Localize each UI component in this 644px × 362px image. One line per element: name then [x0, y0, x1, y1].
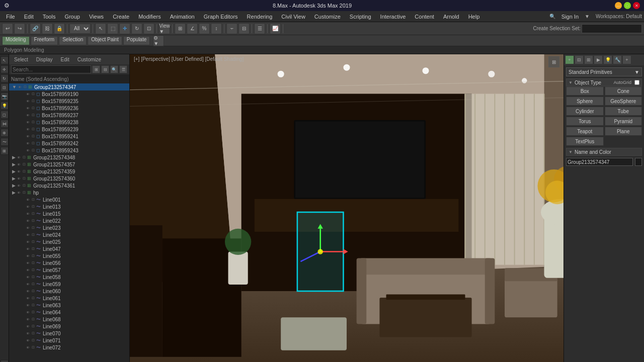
- scene-item[interactable]: 👁⊡◻Box1578959235: [9, 98, 129, 105]
- scale-button[interactable]: ⊡: [143, 23, 154, 34]
- expand-arrow-icon[interactable]: ▼: [12, 84, 17, 89]
- menu-scripting[interactable]: Scripting: [346, 13, 375, 21]
- select-object-button[interactable]: ↖: [95, 23, 106, 34]
- selection-filter-dropdown[interactable]: All: [69, 24, 91, 34]
- scene-item[interactable]: 👁⊡〜Line055: [9, 252, 129, 259]
- freeze-icon[interactable]: ⊡: [32, 345, 35, 349]
- scene-item[interactable]: ▶👁⊡⊞Group2132574357: [9, 161, 129, 168]
- freeze-icon[interactable]: ⊡: [23, 176, 26, 180]
- freeze-icon[interactable]: ⊡: [32, 134, 35, 138]
- freeze-icon[interactable]: ⊡: [32, 219, 35, 223]
- scene-item[interactable]: 👁⊡〜Line064: [9, 309, 129, 316]
- freeze-icon[interactable]: ⊡: [32, 247, 35, 251]
- select-region-button[interactable]: ⬚: [107, 23, 118, 34]
- utilities-tab-button[interactable]: 🔧: [613, 55, 622, 64]
- mirror-button[interactable]: ⫟: [226, 23, 237, 34]
- scene-item[interactable]: 👁⊡〜Line023: [9, 224, 129, 231]
- reference-coord-dropdown[interactable]: View ▼: [159, 23, 170, 34]
- visibility-icon[interactable]: 👁: [26, 304, 30, 307]
- menu-civil-view[interactable]: Civil View: [277, 13, 309, 21]
- menu-group[interactable]: Group: [60, 13, 84, 21]
- visibility-icon[interactable]: 👁: [26, 100, 30, 103]
- lt-scale-btn[interactable]: ⊡: [1, 83, 9, 92]
- visibility-icon[interactable]: 👁: [26, 247, 30, 251]
- expand-arrow-icon[interactable]: ▶: [12, 162, 16, 167]
- freeze-icon[interactable]: ⊡: [32, 310, 35, 314]
- menu-graph-editors[interactable]: Graph Editors: [200, 13, 242, 21]
- modeling-mode-button[interactable]: Modeling: [2, 36, 30, 45]
- freeze-icon[interactable]: ⊡: [32, 261, 35, 265]
- scene-item[interactable]: 👁⊡〜Line068: [9, 316, 129, 323]
- textplus-button[interactable]: TextPlus: [566, 137, 604, 146]
- primitive-type-dropdown[interactable]: Standard Primitives ▼: [566, 67, 642, 76]
- add-tab-button[interactable]: +: [622, 55, 631, 64]
- scene-item[interactable]: 👁⊡〜Line057: [9, 266, 129, 274]
- lt-rotate-btn[interactable]: ↻: [1, 74, 9, 82]
- visibility-icon[interactable]: 👁: [26, 205, 30, 209]
- lt-extras-btn[interactable]: ⋯: [1, 360, 9, 362]
- expand-arrow-icon[interactable]: ▶: [12, 183, 16, 188]
- freeze-icon[interactable]: ⊡: [32, 226, 35, 230]
- freeze-icon[interactable]: ⊡: [32, 127, 35, 131]
- freeze-icon[interactable]: ⊡: [32, 282, 35, 286]
- visibility-icon[interactable]: 👁: [26, 114, 30, 117]
- bind-button[interactable]: 🔒: [54, 23, 65, 34]
- freeze-icon[interactable]: ⊡: [32, 113, 35, 117]
- scene-item[interactable]: ▶👁⊡⊞hp: [9, 189, 129, 196]
- curve-editor-button[interactable]: 📈: [270, 23, 281, 34]
- scene-filter-btn-3[interactable]: 🔍: [110, 65, 118, 73]
- visibility-icon[interactable]: 👁: [26, 346, 30, 349]
- freeze-icon[interactable]: ⊡: [32, 141, 35, 145]
- menu-create[interactable]: Create: [109, 13, 133, 21]
- undo-button[interactable]: ↩: [2, 23, 13, 34]
- scene-item[interactable]: 👁⊡◻Box1578959237: [9, 112, 129, 119]
- create-tab-button[interactable]: +: [565, 55, 574, 64]
- menu-views[interactable]: Views: [85, 13, 108, 21]
- expand-arrow-icon[interactable]: ▶: [12, 176, 16, 181]
- link-button[interactable]: 🔗: [30, 23, 41, 34]
- move-button[interactable]: ✛: [119, 23, 130, 34]
- freeze-icon[interactable]: ⊡: [23, 191, 26, 195]
- lt-geometry-btn[interactable]: ◻: [1, 111, 9, 119]
- scene-item[interactable]: 👁⊡〜Line015: [9, 210, 129, 217]
- visibility-icon[interactable]: 👁: [26, 268, 30, 272]
- scene-item[interactable]: ▶👁⊡⊞Group2132574360: [9, 175, 129, 182]
- freeze-icon[interactable]: ⊡: [32, 198, 35, 202]
- visibility-icon[interactable]: 👁: [26, 339, 30, 342]
- scene-item[interactable]: ▼👁⊡⊞Group2132574347: [9, 83, 129, 90]
- lt-space-warps-btn[interactable]: 〜: [1, 138, 9, 146]
- visibility-icon[interactable]: 👁: [26, 276, 30, 279]
- freeze-icon[interactable]: ⊡: [23, 184, 26, 188]
- lt-camera-btn[interactable]: 📷: [1, 93, 9, 101]
- visibility-icon[interactable]: 👁: [26, 318, 30, 321]
- visibility-icon[interactable]: 👁: [26, 233, 30, 237]
- freeze-icon[interactable]: ⊡: [32, 324, 35, 328]
- scene-tab-display[interactable]: Display: [33, 56, 56, 63]
- visibility-icon[interactable]: 👁: [26, 254, 30, 258]
- freeze-icon[interactable]: ⊡: [24, 85, 27, 89]
- freeze-icon[interactable]: ⊡: [32, 275, 35, 279]
- object-paint-mode-button[interactable]: Object Paint: [88, 36, 122, 45]
- scene-item[interactable]: ▶👁⊡⊞Group2132574359: [9, 168, 129, 175]
- rotate-button[interactable]: ↻: [131, 23, 142, 34]
- freeze-icon[interactable]: ⊡: [32, 303, 35, 307]
- minimize-button[interactable]: —: [615, 2, 622, 9]
- scene-item[interactable]: 👁⊡〜Line058: [9, 274, 129, 281]
- teapot-button[interactable]: Teapot: [566, 127, 604, 136]
- scene-item[interactable]: 👁⊡◻Box1578959190: [9, 90, 129, 98]
- motion-tab-button[interactable]: ▶: [594, 55, 603, 64]
- visibility-icon[interactable]: 👁: [26, 311, 30, 314]
- menu-arnold[interactable]: Arnold: [439, 13, 463, 21]
- align-button[interactable]: ⊟: [238, 23, 250, 34]
- menu-interactive[interactable]: Interactive: [376, 13, 410, 21]
- scene-item[interactable]: 👁⊡〜Line071: [9, 337, 129, 344]
- cylinder-button[interactable]: Cylinder: [566, 107, 604, 116]
- sign-in-button[interactable]: Sign In: [557, 13, 583, 21]
- close-button[interactable]: ✕: [633, 2, 640, 9]
- visibility-icon[interactable]: 👁: [17, 156, 21, 159]
- scene-item[interactable]: 👁⊡〜Line024: [9, 231, 129, 238]
- visibility-icon[interactable]: 👁: [26, 93, 30, 96]
- box-button[interactable]: Box: [566, 86, 604, 96]
- snap-toggle-button[interactable]: ⊞: [175, 23, 186, 34]
- expand-arrow-icon[interactable]: ▶: [12, 155, 16, 160]
